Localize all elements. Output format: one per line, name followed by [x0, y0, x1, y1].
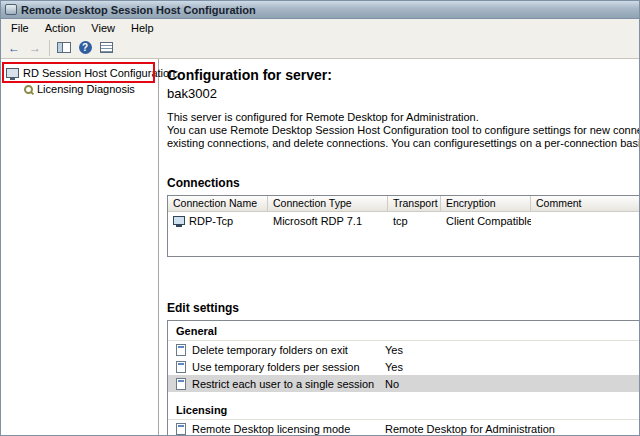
setting-value: Yes: [385, 361, 403, 373]
edit-settings-box: General Delete temporary folders on exit…: [167, 320, 639, 435]
description-line-1: This server is configured for Remote Des…: [167, 111, 639, 124]
help-icon: ?: [79, 41, 92, 54]
description-line-2: You can use Remote Desktop Session Host …: [167, 124, 639, 137]
setting-icon: [176, 423, 186, 435]
connections-section-title: Connections: [167, 176, 639, 190]
console-tree-pane: RD Session Host Configuration: Licensing…: [1, 59, 159, 435]
group-header-licensing: Licensing: [168, 400, 639, 420]
setting-row-use-temp-folders[interactable]: Use temporary folders per session Yes: [168, 358, 639, 375]
cell-connection-type: Microsoft RDP 7.1: [268, 215, 388, 227]
show-console-tree-icon[interactable]: [55, 39, 73, 57]
connection-name-text: RDP-Tcp: [189, 215, 233, 227]
col-encryption[interactable]: Encryption: [441, 196, 531, 212]
connection-icon: [173, 216, 185, 225]
table-row-rdp-tcp[interactable]: RDP-Tcp Microsoft RDP 7.1 tcp Client Com…: [168, 212, 639, 229]
tree-item-rd-session-host[interactable]: RD Session Host Configuration:: [1, 65, 158, 81]
menu-view[interactable]: View: [83, 20, 123, 36]
diagnosis-icon: [24, 85, 33, 94]
cell-transport: tcp: [388, 215, 441, 227]
forward-icon[interactable]: →: [26, 39, 44, 57]
app-window: Remote Desktop Session Host Configuratio…: [0, 0, 640, 436]
setting-label: Delete temporary folders on exit: [192, 344, 385, 356]
setting-row-licensing-mode[interactable]: Remote Desktop licensing mode Remote Des…: [168, 420, 639, 435]
setting-label: Remote Desktop licensing mode: [192, 423, 385, 435]
group-header-general: General: [168, 321, 639, 341]
back-icon[interactable]: ←: [5, 39, 23, 57]
menu-file[interactable]: File: [3, 20, 37, 36]
tree-item-licensing-diagnosis[interactable]: Licensing Diagnosis: [19, 81, 158, 97]
server-name: bak3002: [167, 86, 639, 101]
cell-connection-name: RDP-Tcp: [168, 215, 268, 227]
setting-icon: [176, 361, 186, 373]
setting-row-restrict-single-session[interactable]: Restrict each user to a single session N…: [168, 375, 639, 392]
window-title: Remote Desktop Session Host Configuratio…: [21, 4, 256, 16]
toolbar: ← → ?: [1, 37, 639, 59]
server-icon: [6, 68, 19, 78]
col-connection-type[interactable]: Connection Type: [268, 196, 388, 212]
setting-icon: [176, 378, 186, 390]
connections-table: Connection Name Connection Type Transpor…: [167, 195, 639, 257]
col-comment[interactable]: Comment: [531, 196, 639, 212]
setting-label: Restrict each user to a single session: [192, 378, 385, 390]
content-area: RD Session Host Configuration: Licensing…: [1, 59, 639, 435]
app-icon: [5, 4, 17, 15]
export-list-button[interactable]: [97, 39, 115, 57]
menu-action[interactable]: Action: [37, 20, 84, 36]
setting-icon: [176, 344, 186, 356]
connections-table-header: Connection Name Connection Type Transpor…: [168, 196, 639, 212]
setting-label: Use temporary folders per session: [192, 361, 385, 373]
export-list-icon: [100, 42, 113, 53]
console-tree-icon: [57, 42, 71, 53]
setting-value: Yes: [385, 344, 403, 356]
menubar: File Action View Help: [1, 19, 639, 37]
setting-value: Remote Desktop for Administration: [385, 423, 555, 435]
titlebar[interactable]: Remote Desktop Session Host Configuratio…: [1, 1, 639, 19]
cell-encryption: Client Compatible: [441, 215, 531, 227]
tree-child-label: Licensing Diagnosis: [37, 83, 135, 95]
tree-root-label: RD Session Host Configuration:: [23, 67, 178, 79]
page-title: Configuration for server:: [167, 67, 639, 83]
setting-row-delete-temp-folders[interactable]: Delete temporary folders on exit Yes: [168, 341, 639, 358]
toolbar-separator: [49, 40, 50, 56]
results-pane: Configuration for server: bak3002 This s…: [159, 59, 639, 435]
setting-value: No: [385, 378, 399, 390]
edit-settings-section-title: Edit settings: [167, 301, 639, 315]
col-connection-name[interactable]: Connection Name: [168, 196, 268, 212]
menu-help[interactable]: Help: [123, 20, 162, 36]
description-line-3: existing connections, and delete connect…: [167, 137, 639, 150]
help-button[interactable]: ?: [76, 39, 94, 57]
col-transport[interactable]: Transport: [388, 196, 441, 212]
